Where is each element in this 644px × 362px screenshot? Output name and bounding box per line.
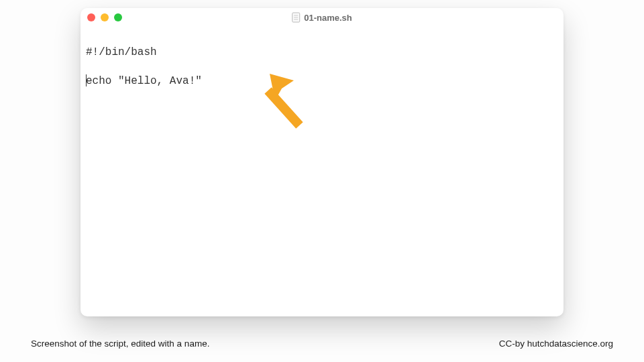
code-line-shebang: #!/bin/bash	[86, 46, 157, 58]
footer-caption: Screenshot of the script, edited with a …	[31, 339, 209, 349]
close-icon[interactable]	[87, 13, 95, 21]
minimize-icon[interactable]	[101, 13, 109, 21]
window-title: 01-name.sh	[292, 13, 352, 23]
code-line-echo: echo "Hello, Ava!"	[86, 75, 202, 87]
file-icon	[292, 13, 300, 23]
editor-body[interactable]: #!/bin/bash echo "Hello, Ava!"	[80, 27, 564, 122]
filename-label: 01-name.sh	[304, 13, 352, 23]
traffic-lights	[87, 13, 122, 21]
window-titlebar: 01-name.sh	[80, 8, 564, 27]
editor-window: 01-name.sh #!/bin/bash echo "Hello, Ava!…	[80, 8, 564, 316]
maximize-icon[interactable]	[114, 13, 122, 21]
text-cursor	[86, 74, 87, 86]
footer-attribution: CC-by hutchdatascience.org	[499, 339, 613, 349]
